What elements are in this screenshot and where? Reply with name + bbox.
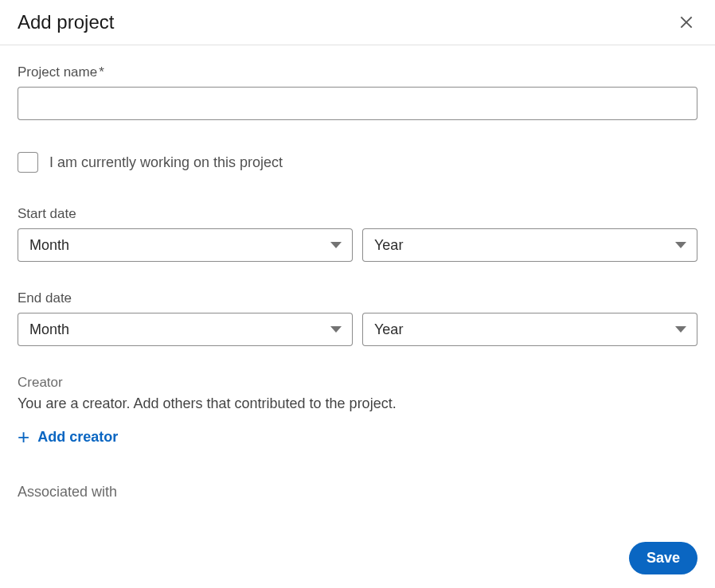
start-month-wrap: Month (18, 228, 353, 262)
start-month-select[interactable]: Month (18, 228, 353, 262)
required-asterisk: * (99, 64, 104, 80)
start-date-section: Start date Month Year (18, 206, 697, 262)
end-date-label: End date (18, 290, 697, 306)
close-button[interactable] (675, 11, 697, 33)
end-month-wrap: Month (18, 313, 353, 346)
currently-working-checkbox[interactable] (18, 152, 38, 173)
add-creator-button[interactable]: + Add creator (18, 426, 118, 447)
end-date-row: Month Year (18, 313, 697, 346)
project-name-section: Project name* (18, 64, 697, 120)
add-creator-label: Add creator (37, 429, 118, 446)
project-name-input[interactable] (18, 87, 697, 120)
creator-label: Creator (18, 375, 697, 391)
end-year-select[interactable]: Year (362, 313, 697, 346)
associated-with-label: Associated with (18, 484, 697, 500)
modal-body: Project name* I am currently working on … (0, 45, 715, 522)
project-name-label-text: Project name (18, 64, 97, 80)
currently-working-label: I am currently working on this project (49, 154, 283, 171)
creator-section: Creator You are a creator. Add others th… (18, 375, 697, 447)
start-year-wrap: Year (362, 228, 697, 262)
end-date-section: End date Month Year (18, 290, 697, 346)
modal-title: Add project (18, 11, 114, 33)
associated-with-section: Associated with (18, 484, 697, 500)
modal-footer: Save (0, 528, 715, 588)
start-year-select[interactable]: Year (362, 228, 697, 262)
creator-description: You are a creator. Add others that contr… (18, 395, 697, 412)
save-button[interactable]: Save (629, 542, 697, 574)
start-date-label: Start date (18, 206, 697, 222)
plus-icon: + (18, 426, 29, 447)
end-year-wrap: Year (362, 313, 697, 346)
start-date-row: Month Year (18, 228, 697, 262)
project-name-label: Project name* (18, 64, 697, 80)
end-month-select[interactable]: Month (18, 313, 353, 346)
close-icon (678, 14, 694, 30)
modal-header: Add project (0, 0, 715, 45)
currently-working-row: I am currently working on this project (18, 152, 697, 173)
